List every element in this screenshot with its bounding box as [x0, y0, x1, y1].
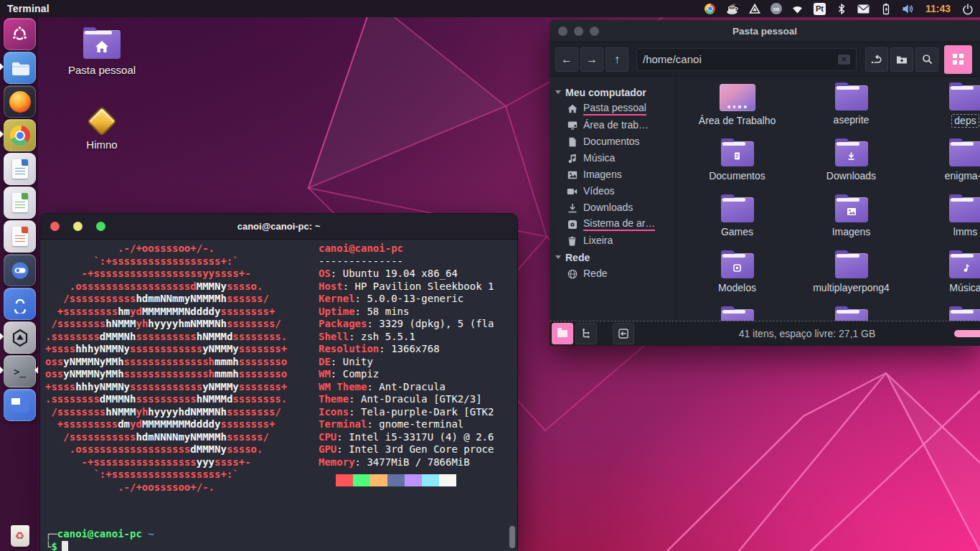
new-folder-button[interactable] [890, 47, 913, 72]
dock-item-workspaces[interactable] [0, 388, 38, 422]
treeview-toggle-button[interactable] [575, 323, 597, 344]
globe-icon [567, 268, 578, 279]
file-item-enigma-c[interactable]: enigma-c [908, 138, 980, 194]
close-button[interactable] [558, 27, 567, 36]
file-item[interactable] [794, 306, 908, 321]
file-item-multiplayerpong4[interactable]: multiplayerpong4 [794, 250, 908, 306]
battery-icon[interactable] [880, 2, 892, 15]
collapse-triangle-icon[interactable] [555, 90, 561, 94]
sidebar-item-downloads[interactable]: Downloads [550, 199, 675, 216]
dock-item-ubuntu[interactable] [0, 17, 38, 51]
terminal-window[interactable]: canoi@canoi-pc: ~ .-/+oossssoo+/-. `:+ss… [39, 213, 518, 551]
files-icon [4, 52, 36, 84]
reload-button[interactable] [865, 47, 888, 72]
zoom-slider[interactable] [954, 330, 980, 337]
desktop-icon [567, 120, 578, 131]
calc-icon [4, 187, 36, 219]
shell-prompt: ┌─canoi@canoi-pc ~ └$ [45, 528, 154, 551]
file-manager-window[interactable]: Pasta pessoal /home/canoi ✕ Meu computad… [550, 20, 980, 346]
close-button[interactable] [50, 222, 60, 231]
neofetch-line: Kernel: 5.0.0-13-generic [319, 293, 494, 306]
clear-path-icon[interactable]: ✕ [838, 55, 850, 65]
power-icon[interactable] [961, 2, 974, 15]
cloud-sync-icon[interactable]: co [771, 3, 782, 14]
dock-item-firefox[interactable] [0, 85, 38, 118]
terminal-scrollbar[interactable] [509, 526, 515, 548]
dock-item-chrome[interactable] [0, 118, 38, 152]
places-toggle-button[interactable] [552, 323, 573, 344]
up-button[interactable] [606, 47, 628, 72]
search-icon [922, 54, 933, 65]
dock-item-writer[interactable] [0, 152, 38, 186]
sidebar-item-m-sica[interactable]: Música [550, 150, 675, 166]
collapse-triangle-icon[interactable] [555, 255, 561, 259]
chrome-tray-icon[interactable] [704, 2, 717, 15]
file-view[interactable]: Área de TrabalhoasepritedepsDocumentosDo… [676, 77, 980, 321]
settings-icon [4, 254, 36, 286]
dock-item-software[interactable] [0, 287, 38, 321]
search-button[interactable] [915, 47, 938, 72]
file-item--rea-de-trabalho[interactable]: Área de Trabalho [680, 83, 794, 138]
bluetooth-icon[interactable] [835, 2, 848, 15]
sidebar-item-pasta-pessoal[interactable]: Pasta pessoal [550, 100, 675, 117]
unity-tray-icon[interactable] [748, 2, 761, 15]
sidebar-item--rea-de-trab-[interactable]: Área de trab… [550, 117, 675, 133]
file-item-games[interactable]: Games [680, 194, 794, 250]
forward-button[interactable] [580, 47, 603, 72]
sidebar-item-v-deos[interactable]: Vídeos [550, 183, 675, 199]
dock-item-calc[interactable] [0, 186, 38, 220]
file-item-imagens[interactable]: Imagens [794, 194, 908, 250]
file-item-lmms[interactable]: lmms [908, 194, 980, 250]
sidebar-item-rede[interactable]: Rede [550, 265, 675, 282]
dock-item-files[interactable] [0, 51, 38, 85]
sidebar-item-imagens[interactable]: Imagens [550, 166, 675, 183]
file-item[interactable] [908, 306, 980, 321]
dock-item-settings[interactable] [0, 253, 38, 287]
maximize-button[interactable] [590, 27, 599, 36]
ubuntu-icon [4, 18, 36, 50]
icon-view-button[interactable] [944, 45, 972, 74]
file-item-aseprite[interactable]: aseprite [794, 83, 908, 138]
file-item-documentos[interactable]: Documentos [680, 138, 794, 194]
neofetch-line: WM Theme: Ant-Dracula [319, 381, 494, 394]
hide-sidebar-button[interactable] [613, 323, 634, 344]
dock-item-terminal[interactable]: >_ [0, 354, 38, 388]
file-label: Música [949, 282, 980, 294]
path-input[interactable]: /home/canoi [643, 53, 838, 65]
path-bar[interactable]: /home/canoi ✕ [636, 48, 857, 71]
file-manager-titlebar[interactable]: Pasta pessoal [550, 20, 980, 42]
file-label: Imagens [832, 226, 871, 238]
palette-block [387, 474, 405, 486]
file-label: Games [721, 226, 753, 238]
keyboard-layout-indicator[interactable]: Pt [814, 3, 826, 15]
volume-icon[interactable] [902, 2, 915, 15]
terminal-titlebar[interactable]: canoi@canoi-pc: ~ [40, 214, 517, 240]
file-item-m-sica[interactable]: Música [908, 250, 980, 306]
status-text: 41 itens, espaço livre: 27,1 GB [634, 328, 980, 339]
sidebar-item-lixeira[interactable]: Lixeira [550, 232, 675, 249]
dock-item-impress[interactable] [0, 220, 38, 253]
coffee-icon[interactable]: ☕ [726, 2, 739, 15]
sidebar-item-sistema-de-ar-[interactable]: Sistema de ar… [550, 216, 675, 232]
dock-item-trash[interactable]: ♻ [0, 519, 38, 551]
sidebar-item-label: Rede [583, 268, 607, 279]
minimize-button[interactable] [574, 27, 583, 36]
chrome-icon [4, 119, 36, 151]
terminal-cursor [62, 541, 68, 551]
desktop-icon-home[interactable]: Pasta pessoal [60, 27, 143, 76]
file-item[interactable] [680, 306, 794, 321]
terminal-content[interactable]: .-/+oossssoo+/-. `:+ssssssssssssssssss+:… [40, 240, 517, 551]
neofetch-line: Packages: 3329 (dpkg), 5 (fla [319, 318, 494, 331]
dock-item-unity[interactable] [0, 321, 38, 354]
mail-icon[interactable] [857, 2, 870, 15]
file-item-downloads[interactable]: Downloads [794, 138, 908, 194]
desktop-icon-himno[interactable]: Himno [60, 106, 143, 151]
file-item-deps[interactable]: deps [908, 83, 980, 138]
back-button[interactable] [555, 47, 578, 72]
neofetch-ascii-logo: .-/+oossssoo+/-. `:+ssssssssssssssssss+:… [45, 242, 287, 494]
wifi-icon[interactable] [791, 2, 804, 15]
minimize-button[interactable] [73, 222, 83, 231]
maximize-button[interactable] [96, 222, 105, 231]
sidebar-item-documentos[interactable]: Documentos [550, 133, 675, 150]
file-item-modelos[interactable]: Modelos [680, 250, 794, 306]
